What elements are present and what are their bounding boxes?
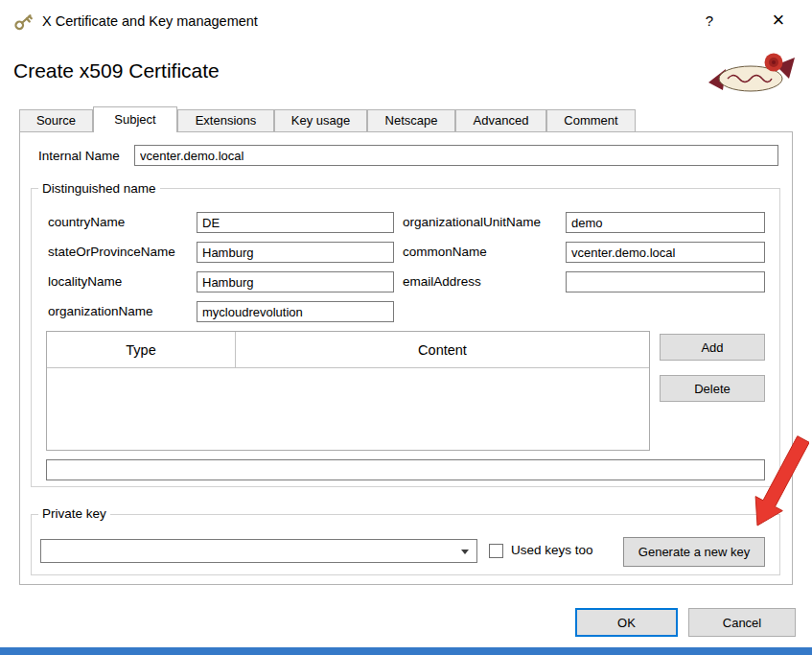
state-or-province-input[interactable] bbox=[197, 242, 394, 263]
private-key-group-label: Private key bbox=[38, 506, 110, 521]
tab-netscape[interactable]: Netscape bbox=[367, 109, 455, 131]
internal-name-label: Internal Name bbox=[38, 149, 120, 163]
close-icon[interactable]: × bbox=[759, 5, 798, 37]
tab-extensions[interactable]: Extensions bbox=[177, 109, 274, 131]
used-keys-label: Used keys too bbox=[511, 543, 593, 557]
chevron-down-icon bbox=[461, 550, 469, 554]
organization-name-label: organizationName bbox=[48, 304, 153, 318]
tab-comment[interactable]: Comment bbox=[546, 109, 636, 131]
common-name-label: commonName bbox=[403, 245, 487, 259]
xca-rose-logo bbox=[703, 48, 799, 104]
organizational-unit-label: organizationalUnitName bbox=[403, 215, 541, 229]
window-bottom-edge bbox=[0, 647, 812, 655]
help-button[interactable]: ? bbox=[692, 8, 727, 35]
used-keys-checkbox[interactable] bbox=[489, 544, 503, 558]
common-name-input[interactable] bbox=[566, 242, 765, 263]
email-address-label: emailAddress bbox=[403, 274, 481, 289]
state-or-province-label: stateOrProvinceName bbox=[48, 245, 175, 259]
cancel-button[interactable]: Cancel bbox=[688, 608, 796, 637]
tab-source[interactable]: Source bbox=[19, 109, 93, 131]
titlebar[interactable]: X Certificate and Key management ? × bbox=[0, 0, 812, 43]
generate-new-key-button[interactable]: Generate a new key bbox=[623, 537, 765, 567]
tab-subject[interactable]: Subject bbox=[93, 106, 177, 132]
private-key-select[interactable] bbox=[40, 539, 477, 563]
add-button[interactable]: Add bbox=[660, 334, 765, 361]
country-name-label: countryName bbox=[48, 215, 125, 229]
organization-name-input[interactable] bbox=[197, 301, 394, 322]
table-header-type[interactable]: Type bbox=[47, 332, 236, 368]
tab-key-usage[interactable]: Key usage bbox=[274, 109, 367, 131]
page-title: Create x509 Certificate bbox=[13, 59, 220, 82]
email-address-input[interactable] bbox=[566, 271, 765, 292]
dn-entries-table: Type Content bbox=[46, 331, 650, 451]
internal-name-input[interactable] bbox=[134, 145, 778, 166]
dn-entry-input[interactable] bbox=[46, 459, 765, 480]
distinguished-name-group-label: Distinguished name bbox=[38, 181, 160, 196]
ok-button[interactable]: OK bbox=[575, 608, 678, 637]
xca-window: X Certificate and Key management ? × Cre… bbox=[0, 0, 812, 655]
country-name-input[interactable] bbox=[197, 212, 394, 233]
locality-name-input[interactable] bbox=[197, 271, 394, 292]
table-header-content[interactable]: Content bbox=[236, 332, 649, 368]
tab-advanced[interactable]: Advanced bbox=[455, 109, 546, 131]
dn-entries-table-body bbox=[47, 368, 649, 450]
key-icon bbox=[12, 10, 35, 34]
delete-button[interactable]: Delete bbox=[660, 375, 765, 402]
locality-name-label: localityName bbox=[48, 274, 122, 289]
window-title: X Certificate and Key management bbox=[42, 13, 258, 29]
organizational-unit-input[interactable] bbox=[566, 212, 765, 233]
